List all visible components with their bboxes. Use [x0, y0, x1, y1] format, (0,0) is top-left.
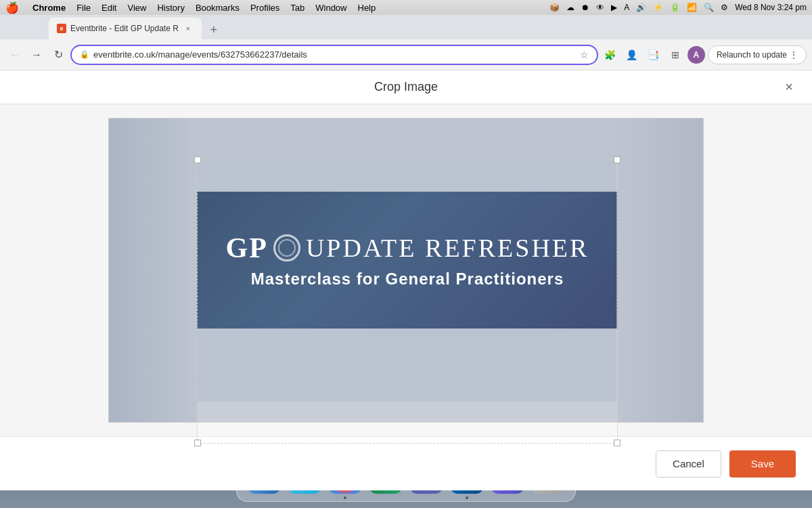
- url-display: eventbrite.co.uk/manage/events/632753662…: [93, 49, 576, 60]
- forward-button[interactable]: →: [27, 45, 46, 64]
- reload-button[interactable]: ↻: [49, 45, 68, 64]
- toolbar-right-actions: 🧩 👤 📑 ⊞ A Relaunch to update ⋮: [601, 45, 807, 64]
- profile-icon[interactable]: 👤: [623, 45, 641, 64]
- volume-icon[interactable]: 🔊: [636, 3, 646, 12]
- menu-help[interactable]: Help: [358, 3, 376, 13]
- image-display: GP Update Refresher Masterclass for Gene…: [109, 119, 703, 422]
- banner-subtitle: Masterclass for General Practitioners: [251, 270, 564, 289]
- chrome-running-dot: [344, 496, 346, 499]
- crop-overlay-left: [109, 159, 197, 402]
- wifi-icon[interactable]: 📶: [687, 3, 697, 12]
- save-button[interactable]: Save: [729, 450, 796, 478]
- menu-file[interactable]: File: [76, 3, 91, 13]
- tab-title: Eventbrite - Edit GP Update R: [70, 24, 179, 33]
- outlook-running-dot: [466, 496, 468, 499]
- tab-favicon: e: [57, 24, 66, 33]
- modal-header: Crop Image ×: [0, 70, 812, 104]
- user-profile-avatar[interactable]: A: [687, 46, 705, 64]
- lock-icon: 🔒: [80, 50, 89, 59]
- crop-overlay-right: [616, 159, 703, 402]
- cloud-icon[interactable]: ☁: [566, 3, 574, 12]
- sidebar-icon[interactable]: 📑: [644, 45, 663, 64]
- lang-icon[interactable]: A: [624, 3, 629, 12]
- extensions-icon[interactable]: 🧩: [601, 45, 620, 64]
- crop-handle-top-right[interactable]: [614, 156, 621, 163]
- menu-bookmarks[interactable]: Bookmarks: [196, 3, 240, 13]
- banner-image: GP Update Refresher Masterclass for Gene…: [197, 192, 618, 329]
- screen-record-icon[interactable]: ⏺: [581, 3, 589, 12]
- menu-history[interactable]: History: [157, 3, 184, 13]
- apple-menu[interactable]: 🍎: [5, 1, 19, 14]
- tab-bar: e Eventbrite - Edit GP Update R × +: [0, 15, 812, 39]
- bookmark-star-icon[interactable]: ☆: [580, 49, 589, 60]
- tab-groups-icon[interactable]: ⊞: [666, 45, 685, 64]
- modal-title: Crop Image: [374, 80, 438, 94]
- accessibility-icon[interactable]: 👁: [596, 3, 604, 12]
- banner-logo-circle: [273, 234, 300, 261]
- relaunch-button[interactable]: Relaunch to update ⋮: [708, 45, 807, 64]
- menu-bar: 🍎 Chrome File Edit View History Bookmark…: [0, 0, 812, 15]
- relaunch-label: Relaunch to update: [717, 50, 787, 60]
- banner-update-text: Update Refresher: [306, 233, 589, 263]
- chrome-window: e Eventbrite - Edit GP Update R × + ← → …: [0, 15, 812, 447]
- crop-handle-top-left[interactable]: [194, 156, 201, 163]
- menu-chrome[interactable]: Chrome: [32, 3, 66, 13]
- menu-window[interactable]: Window: [315, 3, 346, 13]
- banner-title: GP Update Refresher: [226, 232, 589, 264]
- new-tab-button[interactable]: +: [204, 20, 223, 39]
- crop-overlay-top: [109, 119, 703, 159]
- page-content: Crop Image × GP Update Refresher Maste: [0, 70, 812, 447]
- control-center-icon[interactable]: ⚙: [721, 3, 728, 12]
- menu-view[interactable]: View: [127, 3, 146, 13]
- bluetooth-icon[interactable]: ⚡: [653, 3, 663, 12]
- relaunch-more-icon: ⋮: [790, 50, 798, 60]
- tab-close-button[interactable]: ×: [183, 23, 194, 34]
- battery-icon[interactable]: 🔋: [670, 3, 680, 12]
- datetime-display: Wed 8 Nov 3:24 pm: [735, 3, 807, 12]
- cancel-button[interactable]: Cancel: [656, 450, 721, 478]
- back-button[interactable]: ←: [5, 45, 24, 64]
- browser-toolbar: ← → ↻ 🔒 eventbrite.co.uk/manage/events/6…: [0, 39, 812, 70]
- modal-body: GP Update Refresher Masterclass for Gene…: [0, 104, 812, 436]
- modal-close-button[interactable]: ×: [780, 78, 798, 97]
- address-bar[interactable]: 🔒 eventbrite.co.uk/manage/events/6327536…: [70, 45, 598, 65]
- modal-footer: Cancel Save: [0, 436, 812, 490]
- play-icon[interactable]: ▶: [611, 3, 617, 12]
- search-icon[interactable]: 🔍: [704, 3, 714, 12]
- dropbox-icon[interactable]: 📦: [549, 3, 560, 12]
- menu-edit[interactable]: Edit: [102, 3, 116, 13]
- crop-overlay-bottom: [109, 402, 703, 422]
- menu-profiles[interactable]: Profiles: [250, 3, 279, 13]
- banner-gp-text: GP: [226, 232, 268, 264]
- menu-bar-right: 📦 ☁ ⏺ 👁 ▶ A 🔊 ⚡ 🔋 📶 🔍 ⚙ Wed 8 Nov 3:24 p…: [549, 3, 807, 12]
- crop-container: GP Update Refresher Masterclass for Gene…: [108, 118, 704, 423]
- active-tab[interactable]: e Eventbrite - Edit GP Update R ×: [49, 18, 202, 39]
- crop-modal: Crop Image × GP Update Refresher Maste: [0, 70, 812, 447]
- menu-tab[interactable]: Tab: [290, 3, 304, 13]
